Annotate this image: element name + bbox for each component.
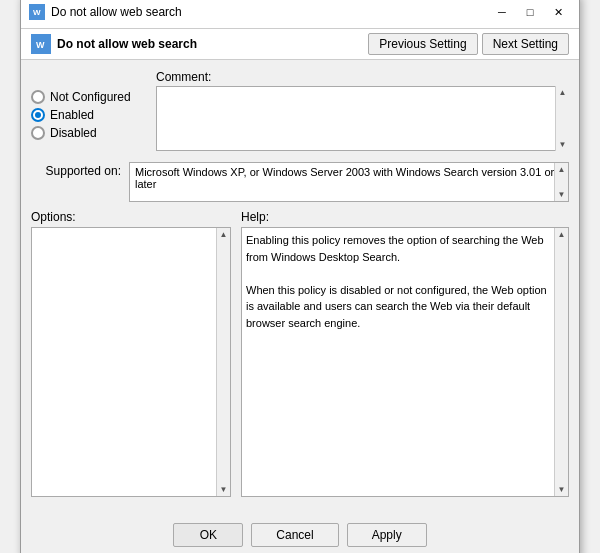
- close-button[interactable]: ✕: [545, 2, 571, 22]
- window-icon: W: [29, 4, 45, 20]
- help-box: Enabling this policy removes the option …: [241, 227, 569, 497]
- window-title: Do not allow web search: [51, 5, 182, 19]
- radio-label-disabled: Disabled: [50, 126, 97, 140]
- subtitle-bar: W Do not allow web search Previous Setti…: [21, 29, 579, 60]
- radio-enabled[interactable]: Enabled: [31, 108, 146, 122]
- radio-label-enabled: Enabled: [50, 108, 94, 122]
- options-panel: Options: ▲ ▼: [31, 210, 231, 497]
- radio-circle-enabled: [31, 108, 45, 122]
- title-bar-left: W Do not allow web search: [29, 4, 182, 20]
- cancel-button[interactable]: Cancel: [251, 523, 338, 547]
- top-section: Not Configured Enabled Disabled Comment:…: [31, 70, 569, 154]
- help-scrollbar: ▲ ▼: [554, 228, 568, 496]
- options-box: ▲ ▼: [31, 227, 231, 497]
- supported-scrollbar: ▲ ▼: [554, 163, 568, 201]
- radio-section: Not Configured Enabled Disabled: [31, 70, 146, 154]
- help-text: Enabling this policy removes the option …: [246, 232, 564, 331]
- next-setting-button[interactable]: Next Setting: [482, 33, 569, 55]
- nav-buttons: Previous Setting Next Setting: [368, 33, 569, 55]
- dialog-subtitle: Do not allow web search: [57, 37, 197, 51]
- bottom-section: Options: ▲ ▼ Help: Enabling this policy …: [31, 210, 569, 497]
- help-panel: Help: Enabling this policy removes the o…: [241, 210, 569, 497]
- main-content: Not Configured Enabled Disabled Comment:…: [21, 60, 579, 515]
- footer: OK Cancel Apply: [21, 515, 579, 553]
- prev-setting-button[interactable]: Previous Setting: [368, 33, 477, 55]
- supported-label: Supported on:: [31, 162, 121, 178]
- radio-label-not-configured: Not Configured: [50, 90, 131, 104]
- svg-text:W: W: [33, 8, 41, 17]
- supported-scroll-up[interactable]: ▲: [558, 165, 566, 174]
- supported-text: Microsoft Windows XP, or Windows Server …: [135, 166, 554, 190]
- radio-circle-disabled: [31, 126, 45, 140]
- ok-button[interactable]: OK: [173, 523, 243, 547]
- minimize-button[interactable]: ─: [489, 2, 515, 22]
- title-bar: W Do not allow web search ─ □ ✕: [21, 0, 579, 29]
- comment-label: Comment:: [156, 70, 569, 84]
- comment-textarea[interactable]: [156, 86, 569, 151]
- comment-scroll-up[interactable]: ▲: [559, 88, 567, 97]
- help-scroll-down[interactable]: ▼: [558, 485, 566, 494]
- maximize-button[interactable]: □: [517, 2, 543, 22]
- radio-disabled[interactable]: Disabled: [31, 126, 146, 140]
- help-label: Help:: [241, 210, 569, 224]
- options-label: Options:: [31, 210, 231, 224]
- subtitle-icon: W: [31, 34, 51, 54]
- title-controls: ─ □ ✕: [489, 2, 571, 22]
- radio-circle-not-configured: [31, 90, 45, 104]
- apply-button[interactable]: Apply: [347, 523, 427, 547]
- comment-scroll-down[interactable]: ▼: [559, 140, 567, 149]
- options-scroll-down[interactable]: ▼: [220, 485, 228, 494]
- supported-scroll-down[interactable]: ▼: [558, 190, 566, 199]
- supported-row: Supported on: Microsoft Windows XP, or W…: [31, 162, 569, 202]
- svg-text:W: W: [36, 40, 45, 50]
- dialog-window: W Do not allow web search ─ □ ✕ W Do not…: [20, 0, 580, 553]
- supported-box: Microsoft Windows XP, or Windows Server …: [129, 162, 569, 202]
- comment-section: Comment: ▲ ▼: [156, 70, 569, 154]
- radio-not-configured[interactable]: Not Configured: [31, 90, 146, 104]
- help-scroll-up[interactable]: ▲: [558, 230, 566, 239]
- comment-scrollbar: ▲ ▼: [555, 86, 569, 151]
- options-scroll-up[interactable]: ▲: [220, 230, 228, 239]
- options-scrollbar: ▲ ▼: [216, 228, 230, 496]
